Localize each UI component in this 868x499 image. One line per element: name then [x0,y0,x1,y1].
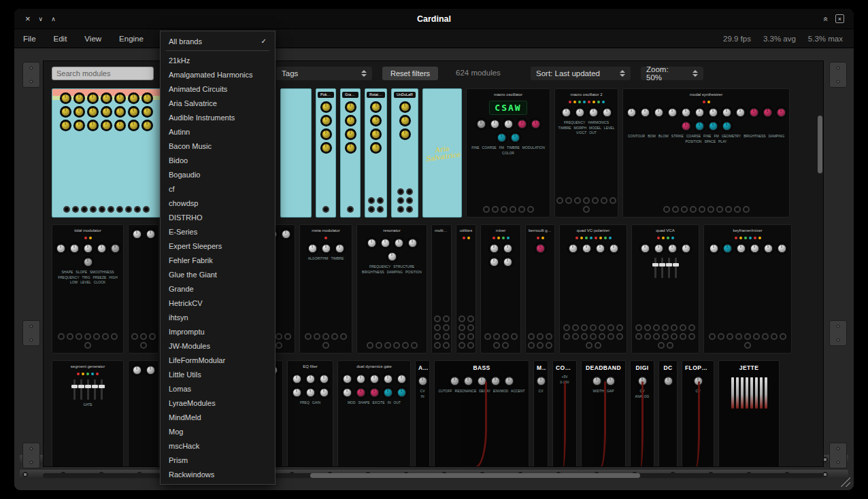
module-card[interactable]: dual dynamics gateMODSHAPEEXCITEINOUT [337,360,411,466]
knob-group [131,365,157,375]
brand-menu-item[interactable]: cf [161,182,275,196]
jack-port [644,333,651,340]
module-card[interactable]: Rotatoes [365,88,387,218]
brand-menu-item[interactable]: Bidoo [161,153,275,167]
brand-menu-item[interactable]: Glue the Giant [161,267,275,281]
brand-menu-item[interactable]: LifeFormModular [161,353,275,367]
module-card[interactable]: quad VCA [631,224,699,354]
brand-menu-item-all-brands[interactable]: All brands✓ [161,34,275,48]
brand-menu-item[interactable]: MindMeld [161,410,275,424]
module-card[interactable]: modal synthesizerCONTOURBOWBLOWSTRIKECOA… [622,88,790,218]
brand-menu-item[interactable]: Aria Salvatrice [161,96,275,110]
reset-filters-button[interactable]: Reset filters [382,67,438,80]
module-card[interactable]: UnDuLaR [391,88,418,218]
module-card[interactable]: macro oscillator 2FREQUENCYHARMONICSTIMB… [554,88,618,218]
brand-menu-item[interactable]: JW-Modules [161,339,275,353]
module-card[interactable]: segment generatorGATE [52,360,124,466]
rack-screw-plate [829,62,847,88]
brand-menu-item[interactable]: Expert Sleepers [161,239,275,253]
boxed-close-icon[interactable]: × [835,14,844,23]
menu-view[interactable]: View [76,29,110,48]
brand-menu-item[interactable]: chowdsp [161,196,275,210]
module-card[interactable]: DEADBANDWIDTHGAP [581,360,626,466]
brand-menu-item[interactable]: E-Series [161,224,275,239]
module-card[interactable]: quad VC-polarizer [559,224,627,354]
module-card[interactable]: Pokies [316,88,336,218]
module-card[interactable]: FLOPPERCV [682,360,714,466]
module-card[interactable]: AMPCVIN [415,360,430,466]
panel-label: FREEZE [93,275,107,280]
brand-menu-item[interactable]: Bogaudio [161,167,275,182]
brand-menu-item[interactable]: Amalgamated Harmonics [161,67,275,82]
menu-edit[interactable]: Edit [45,29,76,48]
brand-menu-item[interactable]: mscHack [161,438,275,453]
module-card[interactable] [52,88,161,218]
sort-dropdown[interactable]: Sort: Last updated [531,67,631,80]
menu-file[interactable]: File [14,29,45,48]
knob-group [468,119,548,143]
module-card[interactable]: resonatorFREQUENCYSTRUCTUREBRIGHTNESSDAM… [356,224,427,354]
horizontal-scrollbar-thumb[interactable] [310,473,640,478]
chevron-down-icon[interactable]: ∨ [39,16,44,22]
module-card[interactable]: CONV+5V0-10V [552,360,577,466]
panel-label: COLOR [502,151,514,156]
brand-menu-item[interactable]: Fehler Fabrik [161,253,275,267]
brand-menu-item-label: 21kHz [169,56,190,65]
module-card[interactable]: multiples [431,224,452,354]
module-card[interactable]: MERACV [533,360,548,466]
close-icon[interactable]: × [25,14,31,24]
led-indicator [671,237,674,239]
brand-menu-item[interactable]: LyraeModules [161,396,275,410]
jack-port [467,324,474,331]
module-card[interactable]: keyframer/mixer [703,224,792,354]
module-card[interactable] [280,88,312,218]
module-card[interactable]: DIGICVANALOG [630,360,654,466]
module-card[interactable]: EQ filterFREQGAIN [287,360,333,466]
module-card[interactable]: Grabby [340,88,361,218]
module-card[interactable]: bernoulli gate [525,224,555,354]
collapse-all-icon[interactable]: « [822,16,831,21]
module-card[interactable]: tidal modulatorSHAPESLOPESMOOTHNESSFREQU… [52,224,124,354]
module-card[interactable]: meta modulatorALGORITHMTIMBRE [299,224,352,354]
brand-menu-item[interactable]: Little Utils [161,367,275,381]
knob-group [318,102,334,153]
module-card[interactable] [128,360,159,466]
menu-engine[interactable]: Engine [110,29,152,48]
module-card[interactable]: Aria Salvatrice [422,88,462,218]
brand-menu-item[interactable]: HetrickCV [161,296,275,310]
brand-menu-item[interactable]: Rackwindows [161,467,275,481]
jack-port [653,324,660,331]
brand-menu-item[interactable]: Autinn [161,124,275,139]
led-indicator [590,237,592,239]
brand-menu-item[interactable]: Grande [161,281,275,296]
tags-dropdown[interactable]: Tags [276,67,372,80]
module-card[interactable]: macro oscillatorCSAWFINECOARSEFMTIMBREMO… [466,88,550,218]
brand-menu-item[interactable]: 21kHz [161,53,275,67]
brand-menu-item[interactable]: Audible Instruments [161,110,275,124]
module-card[interactable]: utilities [456,224,476,354]
brand-menu-item[interactable]: Animated Circuits [161,82,275,96]
brand-menu-item[interactable]: Lomas [161,381,275,396]
vertical-scrollbar-thumb[interactable] [818,116,822,173]
module-title: MERA [535,364,546,372]
led-row [77,373,99,375]
module-card[interactable] [128,224,159,354]
module-card[interactable]: DC [658,360,678,466]
brand-menu-item[interactable]: DISTRHO [161,210,275,224]
module-card[interactable]: BASSCUTOFFRESONANCEDECAYENVMODACCENT [434,360,529,466]
jack-port [434,333,441,340]
knob [371,102,381,112]
port-group [393,188,416,214]
port-group [367,197,385,214]
brand-menu-item[interactable]: ihtsyn [161,310,275,324]
module-card[interactable]: mixer [480,224,521,354]
module-card[interactable]: JETTE [718,360,780,466]
brand-menu-item[interactable]: Bacon Music [161,139,275,153]
search-input[interactable] [52,67,154,80]
brand-menu-item[interactable]: Impromptu [161,324,275,339]
brand-menu-item[interactable]: Mog [161,424,275,438]
brand-menu-item[interactable]: Prism [161,453,275,467]
zoom-dropdown[interactable]: Zoom: 50% [641,67,703,80]
chevron-up-icon[interactable]: ∧ [51,16,56,22]
fps-value: 29.9 fps [723,35,751,43]
